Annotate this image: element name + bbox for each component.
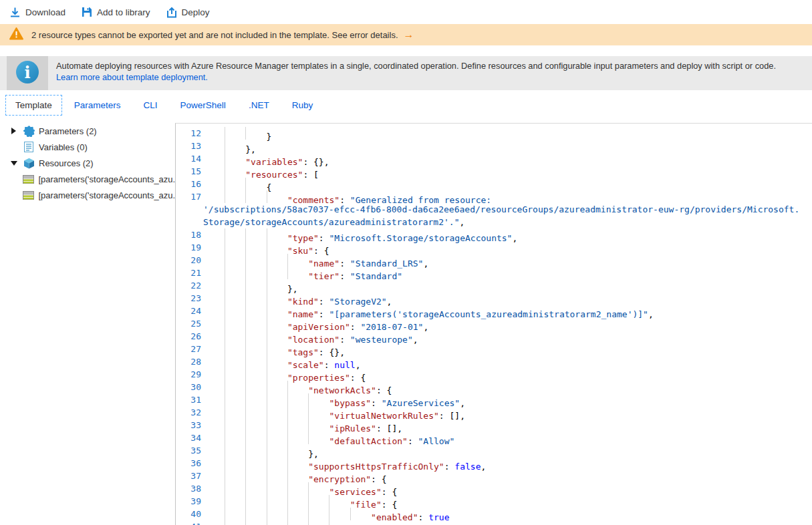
code-line[interactable]: 41}: [176, 520, 812, 525]
indent-guide: [245, 292, 266, 305]
code-text[interactable]: "services": {: [208, 482, 397, 495]
code-line[interactable]: 28"scale": null,: [176, 355, 812, 368]
code-text[interactable]: "scale": null,: [208, 355, 360, 368]
code-line[interactable]: 37"encryption": {: [176, 470, 812, 482]
code-text[interactable]: }: [208, 520, 356, 525]
code-line[interactable]: 22},: [176, 279, 812, 292]
code-text[interactable]: {: [208, 178, 271, 190]
chevron-down-icon[interactable]: [11, 160, 20, 166]
code-text[interactable]: "bypass": "AzureServices",: [208, 393, 465, 406]
line-number: 15: [176, 165, 208, 178]
code-line[interactable]: 29"properties": {: [176, 368, 812, 381]
deploy-button[interactable]: Deploy: [166, 7, 210, 18]
code-line[interactable]: 30"networkAcls": {: [176, 381, 812, 393]
chevron-right-icon[interactable]: [11, 128, 20, 134]
code-text[interactable]: "apiVersion": "2018-07-01",: [208, 317, 428, 330]
info-text: Automate deploying resources with Azure …: [56, 61, 795, 83]
code-text[interactable]: },: [208, 140, 256, 152]
code-text[interactable]: "comments": "Generalized from resource:: [208, 190, 491, 203]
download-button[interactable]: Download: [9, 7, 65, 18]
tree-item-label: [parameters('storageAccounts_azu...: [38, 174, 175, 184]
code-text[interactable]: "properties": {: [208, 368, 366, 381]
code-wrap-line[interactable]: Storage/storageAccounts/azureadministrat…: [176, 216, 812, 228]
indent-guide: [245, 305, 266, 317]
download-icon: [9, 7, 21, 18]
code-text[interactable]: "location": "westeurope",: [208, 330, 418, 343]
tree-item-variables[interactable]: Variables (0): [0, 139, 175, 155]
indent-guide: [287, 406, 308, 419]
indent-guide: [225, 152, 245, 165]
code-text[interactable]: "name": "Standard_LRS",: [208, 254, 428, 267]
tree-item-resources[interactable]: Resources (2): [0, 155, 175, 171]
code-text[interactable]: "networkAcls": {: [208, 381, 392, 393]
code-line[interactable]: 23"kind": "StorageV2",: [176, 292, 812, 305]
code-line[interactable]: 18"type": "Microsoft.Storage/storageAcco…: [176, 228, 812, 241]
code-line[interactable]: 20"name": "Standard_LRS",: [176, 254, 812, 267]
json-punctuation: ,: [648, 309, 654, 319]
tab-template[interactable]: Template: [5, 95, 62, 116]
code-line[interactable]: 24"name": "[parameters('storageAccounts_…: [176, 305, 812, 317]
code-text[interactable]: }: [208, 127, 271, 140]
code-line[interactable]: 38"services": {: [176, 482, 812, 495]
tab-dotnet[interactable]: .NET: [247, 96, 271, 115]
code-line[interactable]: 34"defaultAction": "Allow": [176, 431, 812, 444]
tab-cli[interactable]: CLI: [142, 96, 159, 115]
code-text[interactable]: "variables": {},: [208, 152, 329, 165]
code-line[interactable]: 36"supportsHttpsTrafficOnly": false,: [176, 457, 812, 470]
code-text[interactable]: "kind": "StorageV2",: [208, 292, 392, 305]
code-line[interactable]: 15"resources": [: [176, 165, 812, 178]
code-text[interactable]: "ipRules": [],: [208, 419, 402, 431]
error-details-arrow-icon[interactable]: →: [404, 29, 414, 41]
code-text[interactable]: Storage/storageAccounts/azureadministrat…: [186, 216, 464, 228]
code-text[interactable]: },: [208, 444, 319, 457]
code-line[interactable]: 14"variables": {},: [176, 152, 812, 165]
code-text[interactable]: "encryption": {: [208, 470, 387, 482]
code-text[interactable]: "file": {: [208, 495, 397, 508]
indent-guide: [245, 355, 266, 368]
code-text[interactable]: "supportsHttpsTrafficOnly": false,: [208, 457, 486, 470]
tab-powershell[interactable]: PowerShell: [179, 96, 227, 115]
code-text[interactable]: "tags": {},: [208, 343, 345, 355]
indent-guide: [245, 520, 266, 525]
code-line[interactable]: 16{: [176, 178, 812, 190]
code-text[interactable]: "type": "Microsoft.Storage/storageAccoun…: [208, 228, 517, 241]
code-line[interactable]: 27"tags": {},: [176, 343, 812, 355]
add-to-library-button[interactable]: Add to library: [82, 7, 150, 17]
code-line[interactable]: 40"enabled": true: [176, 508, 812, 520]
code-text[interactable]: },: [208, 279, 298, 292]
code-editor[interactable]: 12}13},14"variables": {},15"resources": …: [175, 123, 812, 525]
storage-account-icon: [23, 189, 34, 201]
tree-item-storage-account-1[interactable]: [parameters('storageAccounts_azu...: [0, 171, 175, 187]
code-text[interactable]: "virtualNetworkRules": [],: [208, 406, 465, 419]
code-line[interactable]: 31"bypass": "AzureServices",: [176, 393, 812, 406]
template-content: Parameters (2) Variables (0): [0, 123, 812, 525]
tab-parameters[interactable]: Parameters: [73, 96, 122, 115]
code-line[interactable]: 12}: [176, 127, 812, 140]
code-line[interactable]: 26"location": "westeurope",: [176, 330, 812, 343]
tree-item-parameters[interactable]: Parameters (2): [0, 123, 175, 139]
tab-ruby[interactable]: Ruby: [291, 96, 315, 115]
learn-more-link[interactable]: Learn more about template deployment.: [56, 72, 208, 82]
indent-guide: [225, 355, 245, 368]
code-text[interactable]: "resources": [: [208, 165, 319, 178]
json-punctuation: : [: [303, 170, 318, 180]
line-number: 40: [176, 508, 208, 520]
json-string: "Allow": [418, 436, 455, 446]
code-line[interactable]: 39"file": {: [176, 495, 812, 508]
code-text[interactable]: "enabled": true: [208, 508, 450, 520]
code-line[interactable]: 17"comments": "Generalized from resource…: [176, 190, 812, 203]
code-line[interactable]: 35},: [176, 444, 812, 457]
line-number: 12: [176, 127, 208, 140]
indent-guide: [225, 393, 245, 406]
code-text[interactable]: "sku": {: [208, 241, 329, 254]
code-wrap-line[interactable]: '/subscriptions/58ac7037-efcc-4fb6-800d-…: [176, 203, 812, 216]
tree-item-storage-account-2[interactable]: [parameters('storageAccounts_azu...: [0, 187, 175, 203]
code-text[interactable]: "name": "[parameters('storageAccounts_az…: [208, 305, 654, 317]
code-text[interactable]: "tier": "Standard": [208, 267, 402, 279]
indent-guide: [225, 444, 245, 457]
code-text[interactable]: '/subscriptions/58ac7037-efcc-4fb6-800d-…: [186, 203, 799, 216]
code-line[interactable]: 33"ipRules": [],: [176, 419, 812, 431]
code-text[interactable]: "defaultAction": "Allow": [208, 431, 454, 444]
code-line[interactable]: 32"virtualNetworkRules": [],: [176, 406, 812, 419]
code-line[interactable]: 21"tier": "Standard": [176, 267, 812, 279]
